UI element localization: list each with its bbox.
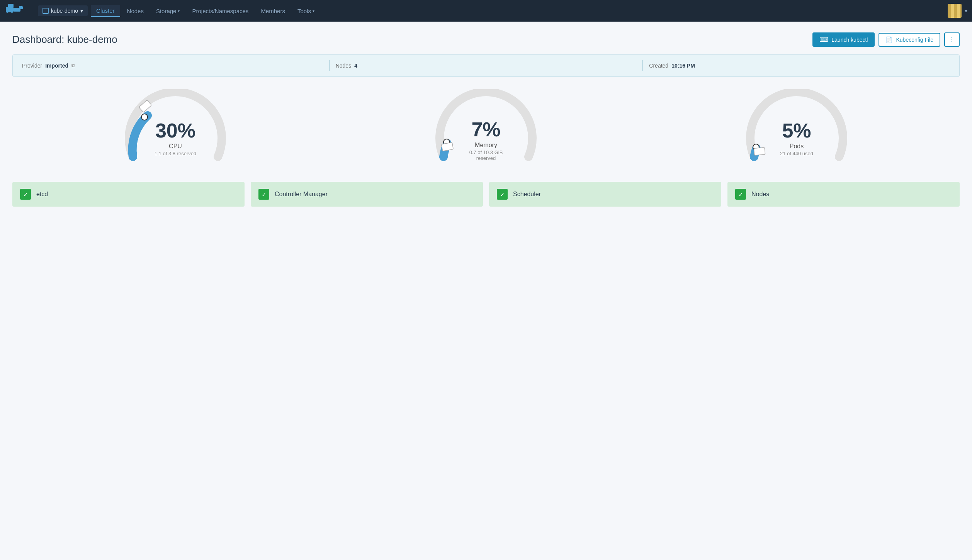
memory-label: Memory bbox=[459, 142, 513, 149]
status-row: ✓ etcd ✓ Controller Manager ✓ Scheduler … bbox=[12, 182, 960, 219]
nav-item-storage[interactable]: Storage ▾ bbox=[151, 5, 185, 17]
svg-rect-12 bbox=[754, 148, 765, 155]
ellipsis-icon: ⋮ bbox=[949, 36, 955, 43]
pods-sublabel: 21 of 440 used bbox=[780, 151, 813, 156]
cpu-gauge-svg-wrap: 30% CPU 1.1 of 3.8 reserved bbox=[121, 89, 229, 166]
pods-label: Pods bbox=[780, 143, 813, 150]
svg-point-6 bbox=[19, 6, 22, 8]
more-options-button[interactable]: ⋮ bbox=[944, 32, 960, 47]
cpu-gauge: 30% CPU 1.1 of 3.8 reserved bbox=[114, 89, 237, 166]
nav-item-projects[interactable]: Projects/Namespaces bbox=[187, 5, 254, 17]
status-card-nodes: ✓ Nodes bbox=[727, 182, 960, 207]
svg-rect-10 bbox=[442, 143, 454, 151]
header-actions: ⌨ Launch kubectl 📄 Kubeconfig File ⋮ bbox=[812, 32, 960, 47]
svg-point-3 bbox=[11, 10, 13, 13]
cpu-gauge-center: 30% CPU 1.1 of 3.8 reserved bbox=[155, 120, 196, 156]
file-icon: 📄 bbox=[885, 36, 893, 43]
created-value: 10:16 PM bbox=[671, 63, 695, 69]
svg-point-2 bbox=[6, 10, 8, 13]
memory-gauge-svg-wrap: 7% Memory 0.7 of 10.3 GiB reserved bbox=[432, 89, 540, 166]
created-info: Created 10:16 PM bbox=[649, 63, 950, 69]
tools-chevron-icon: ▾ bbox=[313, 9, 314, 13]
memory-gauge-center: 7% Memory 0.7 of 10.3 GiB reserved bbox=[459, 119, 513, 161]
memory-gauge: 7% Memory 0.7 of 10.3 GiB reserved bbox=[424, 89, 548, 166]
pods-gauge-center: 5% Pods 21 of 440 used bbox=[780, 120, 813, 156]
cluster-selector[interactable]: kube-demo ▾ bbox=[38, 5, 88, 16]
nav-item-cluster[interactable]: Cluster bbox=[91, 5, 120, 17]
info-bar: Provider Imported ⧉ Nodes 4 Created 10:1… bbox=[12, 54, 960, 77]
page-title: Dashboard: kube-demo bbox=[12, 34, 117, 46]
controller-manager-check-icon: ✓ bbox=[258, 189, 269, 200]
app-logo bbox=[0, 0, 35, 22]
terminal-icon: ⌨ bbox=[819, 36, 828, 43]
etcd-check-icon: ✓ bbox=[20, 189, 31, 200]
nav-item-nodes[interactable]: Nodes bbox=[122, 5, 149, 17]
cluster-selector-chevron: ▾ bbox=[80, 8, 83, 14]
status-card-scheduler: ✓ Scheduler bbox=[489, 182, 721, 207]
cpu-label: CPU bbox=[155, 143, 196, 150]
storage-chevron-icon: ▾ bbox=[178, 9, 180, 13]
cluster-server-icon bbox=[42, 8, 49, 14]
scheduler-check-icon: ✓ bbox=[497, 189, 508, 200]
pods-gauge: 5% Pods 21 of 440 used bbox=[735, 89, 858, 166]
rancher-logo-icon bbox=[6, 4, 29, 18]
provider-info: Provider Imported ⧉ bbox=[22, 63, 323, 69]
controller-manager-label: Controller Manager bbox=[275, 191, 328, 198]
cpu-percent: 30% bbox=[155, 120, 196, 141]
kubeconfig-button[interactable]: 📄 Kubeconfig File bbox=[879, 33, 940, 47]
topnav-right: ▾ bbox=[948, 4, 972, 18]
svg-rect-1 bbox=[8, 4, 14, 8]
divider-1 bbox=[329, 60, 330, 71]
cluster-selector-name: kube-demo bbox=[51, 8, 78, 14]
user-menu-chevron[interactable]: ▾ bbox=[965, 8, 967, 14]
main-nav: Cluster Nodes Storage ▾ Projects/Namespa… bbox=[91, 5, 948, 17]
gauges-row: 30% CPU 1.1 of 3.8 reserved bbox=[12, 89, 960, 166]
scheduler-label: Scheduler bbox=[513, 191, 541, 198]
nodes-check-icon: ✓ bbox=[735, 189, 746, 200]
copy-icon[interactable]: ⧉ bbox=[71, 63, 75, 69]
memory-percent: 7% bbox=[459, 119, 513, 139]
etcd-label: etcd bbox=[36, 191, 48, 198]
nav-item-members[interactable]: Members bbox=[255, 5, 291, 17]
page-content: Dashboard: kube-demo ⌨ Launch kubectl 📄 … bbox=[0, 22, 972, 219]
launch-kubectl-button[interactable]: ⌨ Launch kubectl bbox=[812, 32, 875, 47]
svg-point-7 bbox=[141, 114, 148, 120]
topnav: kube-demo ▾ Cluster Nodes Storage ▾ Proj… bbox=[0, 0, 972, 22]
pods-percent: 5% bbox=[780, 120, 813, 141]
nodes-count-value: 4 bbox=[354, 63, 357, 69]
user-avatar[interactable] bbox=[948, 4, 962, 18]
nav-item-tools[interactable]: Tools ▾ bbox=[292, 5, 320, 17]
cpu-sublabel: 1.1 of 3.8 reserved bbox=[155, 151, 196, 156]
memory-sublabel: 0.7 of 10.3 GiB reserved bbox=[459, 149, 513, 161]
nodes-info: Nodes 4 bbox=[336, 63, 637, 69]
page-header: Dashboard: kube-demo ⌨ Launch kubectl 📄 … bbox=[12, 32, 960, 47]
nodes-status-label: Nodes bbox=[751, 191, 769, 198]
divider-2 bbox=[642, 60, 643, 71]
provider-value: Imported bbox=[45, 63, 68, 69]
status-card-controller-manager: ✓ Controller Manager bbox=[251, 182, 483, 207]
status-card-etcd: ✓ etcd bbox=[12, 182, 245, 207]
pods-gauge-svg-wrap: 5% Pods 21 of 440 used bbox=[743, 89, 851, 166]
